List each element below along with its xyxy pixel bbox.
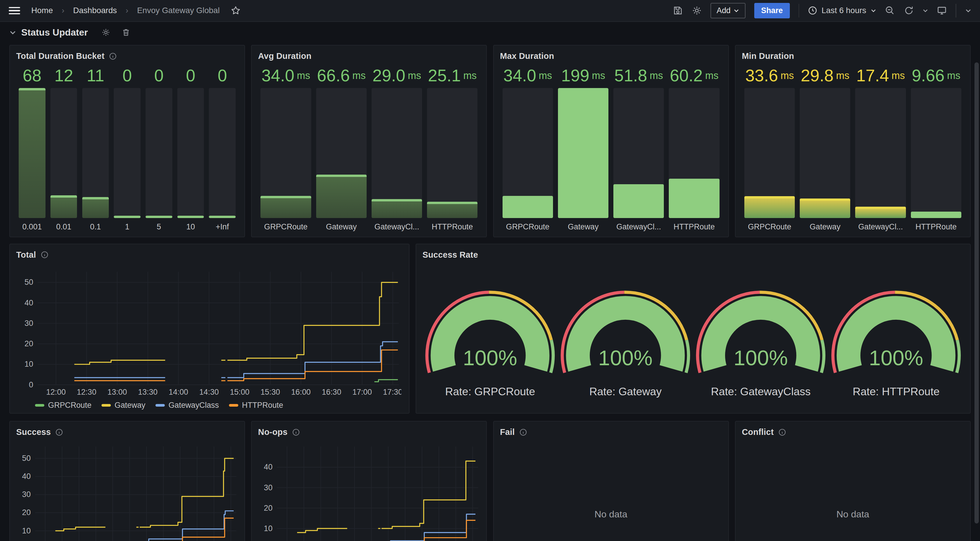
bar-track bbox=[372, 88, 422, 218]
bar-gauge[interactable]: 34.0msGRPCRoute199msGateway51.8msGateway… bbox=[500, 63, 722, 233]
bar-fill bbox=[51, 195, 77, 218]
bar-label: GRPCRoute bbox=[503, 221, 553, 233]
panel-title[interactable]: Success Rate bbox=[422, 250, 478, 260]
legend-item-HTTPRoute[interactable]: HTTPRoute bbox=[229, 401, 283, 410]
chevron-down-icon bbox=[870, 8, 876, 13]
timeseries-plot[interactable]: 1020304050 bbox=[16, 439, 239, 541]
svg-text:50: 50 bbox=[22, 454, 30, 463]
svg-text:100%: 100% bbox=[869, 346, 923, 370]
info-icon[interactable] bbox=[55, 428, 63, 436]
bar-value: 51.8ms bbox=[613, 63, 664, 88]
panel-title[interactable]: Min Duration bbox=[742, 51, 794, 61]
panel-title[interactable]: Success bbox=[16, 427, 51, 437]
clock-icon bbox=[808, 6, 817, 15]
bar-label: Gateway bbox=[558, 221, 608, 233]
panel-title[interactable]: Total bbox=[16, 250, 36, 260]
bar-gauge[interactable]: 33.6msGRPCRoute29.8msGateway17.4msGatewa… bbox=[742, 63, 964, 233]
bar-track bbox=[855, 88, 905, 218]
legend-item-Gateway[interactable]: Gateway bbox=[102, 401, 146, 410]
svg-text:50: 50 bbox=[24, 278, 33, 287]
refresh-icon[interactable] bbox=[904, 6, 914, 16]
panel-title[interactable]: Avg Duration bbox=[258, 51, 312, 61]
timeseries-plot[interactable]: 12:0012:3013:0013:3014:0014:3015:0015:30… bbox=[16, 262, 401, 398]
time-range-picker[interactable]: Last 6 hours bbox=[808, 6, 877, 15]
bar-track bbox=[800, 88, 850, 218]
bar-label: HTTPRoute bbox=[427, 221, 477, 233]
timeseries-plot[interactable]: 10203040 bbox=[258, 439, 481, 541]
bar-value: 34.0ms bbox=[503, 63, 553, 88]
gauge-arc: 100% bbox=[424, 286, 556, 381]
add-button[interactable]: Add bbox=[711, 3, 746, 18]
bar-label: HTTPRoute bbox=[669, 221, 719, 233]
bar-label: GRPCRoute bbox=[745, 221, 795, 233]
bar-gauge[interactable]: 680.001120.01110.101050100+Inf bbox=[16, 63, 238, 233]
bar-track bbox=[911, 88, 961, 218]
collapse-caret-icon[interactable] bbox=[965, 8, 971, 14]
info-icon[interactable] bbox=[778, 428, 786, 436]
row-title[interactable]: Status Updater bbox=[21, 27, 88, 38]
breadcrumb-dashboards[interactable]: Dashboards bbox=[73, 6, 117, 15]
time-range-label: Last 6 hours bbox=[822, 6, 866, 15]
row-collapse-icon[interactable] bbox=[10, 29, 16, 36]
zoom-out-icon[interactable] bbox=[885, 6, 895, 16]
svg-text:40: 40 bbox=[24, 298, 33, 307]
svg-text:14:00: 14:00 bbox=[169, 388, 188, 397]
bar-fill bbox=[855, 207, 905, 218]
gauge[interactable]: 100%Rate: Gateway bbox=[558, 286, 693, 398]
refresh-interval-caret[interactable] bbox=[923, 8, 928, 13]
gauge[interactable]: 100%Rate: GatewayClass bbox=[693, 286, 828, 398]
bar-fill bbox=[745, 196, 795, 218]
panel-title[interactable]: Fail bbox=[500, 427, 515, 437]
panel-success: Success 1020304050 bbox=[10, 421, 245, 541]
gear-icon[interactable] bbox=[692, 6, 702, 16]
success-chart[interactable]: 1020304050 bbox=[16, 439, 238, 541]
bar-label: GatewayCl... bbox=[372, 221, 422, 233]
panel-header: Success bbox=[16, 425, 238, 439]
row-settings-gear-icon[interactable] bbox=[102, 28, 110, 37]
bar-value: 0 bbox=[177, 63, 204, 88]
bar-value: 29.8ms bbox=[800, 63, 850, 88]
save-icon[interactable] bbox=[673, 6, 683, 16]
info-icon[interactable] bbox=[519, 428, 527, 436]
gauge-label: Rate: GatewayClass bbox=[711, 386, 811, 398]
scrollbar-thumb[interactable] bbox=[974, 62, 979, 523]
share-button[interactable]: Share bbox=[754, 3, 790, 18]
panel-title[interactable]: Total Duration Bucket bbox=[16, 51, 105, 61]
bar-track bbox=[19, 88, 46, 218]
panel-header: Avg Duration bbox=[258, 49, 480, 63]
bar-value: 34.0ms bbox=[261, 63, 311, 88]
gauge[interactable]: 100%Rate: GRPCRoute bbox=[422, 286, 558, 398]
legend-item-GRPCRoute[interactable]: GRPCRoute bbox=[35, 401, 92, 410]
gauge[interactable]: 100%Rate: HTTPRoute bbox=[828, 286, 964, 398]
panel-title[interactable]: Conflict bbox=[742, 427, 773, 437]
total-chart[interactable]: 12:0012:3013:0013:3014:0014:3015:0015:30… bbox=[16, 262, 403, 400]
svg-text:100%: 100% bbox=[598, 346, 652, 370]
no-data-message: No data bbox=[742, 509, 964, 520]
chevron-down-icon bbox=[733, 8, 739, 13]
series-Gateway bbox=[382, 461, 476, 528]
no-ops-chart[interactable]: 10203040 bbox=[258, 439, 480, 541]
bar-label: 5 bbox=[146, 221, 172, 233]
svg-text:12:30: 12:30 bbox=[77, 388, 96, 397]
legend-label: GatewayClass bbox=[169, 401, 219, 410]
legend-item-GatewayClass[interactable]: GatewayClass bbox=[156, 401, 219, 410]
info-icon[interactable] bbox=[109, 52, 117, 60]
row-delete-trash-icon[interactable] bbox=[122, 28, 130, 37]
info-icon[interactable] bbox=[41, 251, 49, 259]
menu-icon[interactable] bbox=[9, 7, 20, 14]
panel-title[interactable]: Max Duration bbox=[500, 51, 554, 61]
bar-label: Gateway bbox=[316, 221, 367, 233]
bar-track bbox=[209, 88, 235, 218]
bar-gauge-cell: 34.0msGRPCRoute bbox=[503, 63, 553, 233]
bar-gauge[interactable]: 34.0msGRPCRoute66.6msGateway29.0msGatewa… bbox=[258, 63, 480, 233]
bar-label: GatewayCl... bbox=[613, 221, 664, 233]
star-icon[interactable] bbox=[231, 6, 240, 15]
info-icon[interactable] bbox=[292, 428, 300, 436]
breadcrumb-home[interactable]: Home bbox=[31, 6, 53, 15]
panel-title[interactable]: No-ops bbox=[258, 427, 288, 437]
tv-mode-icon[interactable] bbox=[937, 6, 947, 16]
svg-text:17:30: 17:30 bbox=[383, 388, 401, 397]
svg-text:10: 10 bbox=[264, 524, 272, 533]
gauge-arc: 100% bbox=[830, 286, 962, 381]
svg-text:16:30: 16:30 bbox=[322, 388, 341, 397]
